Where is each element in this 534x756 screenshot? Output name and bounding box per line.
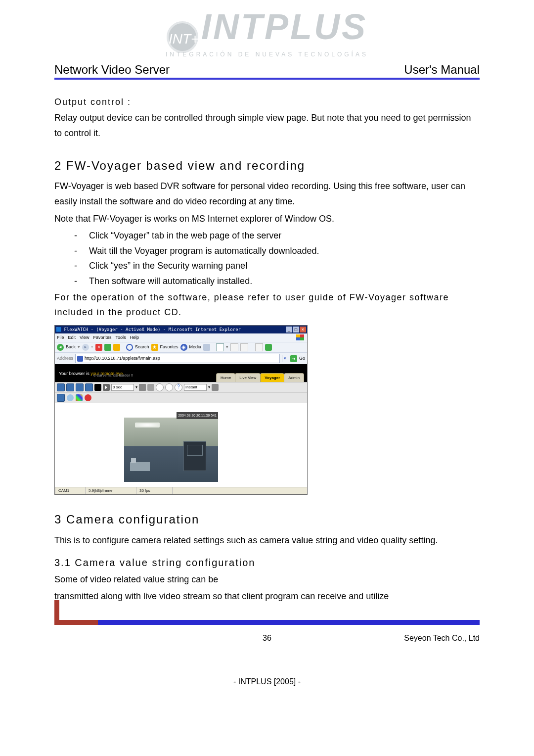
discuss-icon[interactable] (255, 343, 263, 351)
video-area: 2004:08:30 20:11:39 541 (55, 403, 307, 487)
camera-frame: 2004:08:30 20:11:39 541 (124, 418, 218, 482)
header-row: Network Video Server User's Manual (0, 61, 534, 78)
config-icon[interactable] (212, 384, 219, 391)
go-label: Go (299, 355, 305, 362)
window-titlebar: 🟦 FlexWATCH - (Voyager - ActiveX Mode) -… (55, 326, 307, 333)
voyager-note: For the operation of the software, pleas… (54, 290, 480, 320)
tab-home[interactable]: Home (216, 373, 235, 382)
window-title: 🟦 FlexWATCH - (Voyager - ActiveX Mode) -… (56, 326, 241, 333)
cut-icon[interactable] (147, 384, 154, 391)
record-icon[interactable] (85, 394, 91, 401)
close-button[interactable]: × (300, 327, 306, 332)
embedded-screenshot: 🟦 FlexWATCH - (Voyager - ActiveX Mode) -… (54, 325, 308, 495)
camera-value-string-heading: 3.1 Camera value string configuration (54, 554, 480, 571)
search-label: Search (135, 343, 149, 351)
header-left: Network Video Server (54, 63, 170, 77)
status-cam-name: CAM1 (55, 487, 86, 494)
tab-admin[interactable]: Admin (284, 373, 304, 382)
search-icon[interactable] (126, 344, 133, 351)
status-kbframe: 5.9(kB)/frame (86, 487, 136, 494)
minimize-button[interactable]: _ (286, 327, 292, 332)
interval-select[interactable]: 0 sec (111, 384, 134, 391)
logo: INT+INTPLUS INTEGRACIÓN DE NUEVAS TECNOL… (0, 0, 534, 61)
favorites-label: Favorites (160, 343, 178, 351)
home-button[interactable] (113, 344, 120, 351)
layout-4-icon[interactable] (85, 383, 93, 391)
find-icon[interactable] (156, 383, 164, 391)
favorites-icon[interactable]: ★ (151, 344, 158, 351)
menu-file[interactable]: File (57, 334, 64, 341)
media-icon[interactable]: ◉ (180, 344, 187, 351)
stop-button[interactable]: × (95, 344, 102, 351)
bullet-3: Then software will automatically install… (89, 274, 252, 289)
footer-corner-blue (98, 620, 480, 625)
page: INT+INTPLUS INTEGRACIÓN DE NUEVAS TECNOL… (0, 0, 534, 706)
camera-value-string-p1: Some of video related value string can b… (54, 572, 480, 587)
menu-favorites[interactable]: Favorites (93, 334, 111, 341)
address-dropdown[interactable]: ▾ (282, 355, 288, 362)
header-right: User's Manual (404, 63, 480, 77)
windows-flag-icon (296, 334, 305, 341)
camera-sofa-shape (130, 462, 150, 471)
tab-live-view[interactable]: Live View (235, 373, 261, 382)
footer-corner-rule (54, 617, 480, 625)
zoom-icon[interactable] (165, 383, 173, 391)
voyager-play-icon[interactable] (103, 384, 110, 391)
mode-select[interactable]: Instant (184, 384, 207, 391)
status-fps: 30 fps (136, 487, 173, 494)
camera-value-string-p2: transmitted along with live video stream… (54, 589, 480, 604)
palette-icon[interactable] (76, 394, 83, 401)
layout-1-icon[interactable] (57, 383, 65, 391)
address-bar: Address http://10.10.218.71/applets/fvma… (55, 352, 307, 364)
layout-2-icon[interactable] (66, 383, 74, 391)
menu-help[interactable]: Help (130, 334, 139, 341)
back-label: Back (66, 343, 76, 351)
layout-3-icon[interactable] (76, 383, 84, 391)
footer-company: Seyeon Tech Co., Ltd (339, 634, 480, 643)
menubar: File Edit View Favorites Tools Help (55, 333, 307, 342)
voyager-stop-icon[interactable] (94, 384, 101, 391)
output-control-body: Relay output device can be controlled th… (54, 110, 480, 141)
camera-light-shape (135, 423, 160, 427)
app-banner: Your browser is your remote eye. e-surve… (55, 364, 307, 382)
footer-brand: - INTPLUS [2005] - (0, 643, 534, 706)
menu-edit[interactable]: Edit (68, 334, 76, 341)
print-icon[interactable] (230, 343, 238, 351)
footer-row: 36 Seyeon Tech Co., Ltd (0, 625, 534, 643)
app-tabs: Home Live View Voyager Admin (217, 373, 304, 382)
forward-button[interactable]: ► (82, 344, 89, 351)
voyager-heading: 2 FW-Voyager based view and recording (54, 156, 480, 176)
logo-badge-icon: INT+ (167, 21, 198, 53)
logo-text: INTPLUS (201, 7, 367, 47)
camera-config-heading: 3 Camera configuration (54, 510, 480, 530)
address-url: http://10.10.218.71/applets/fvmain.asp (85, 355, 160, 362)
monitor-icon[interactable] (57, 394, 65, 402)
edit-icon[interactable] (240, 343, 248, 351)
refresh-button[interactable] (104, 344, 111, 351)
menu-view[interactable]: View (80, 334, 89, 341)
maximize-button[interactable]: □ (293, 327, 299, 332)
messenger-icon[interactable] (265, 344, 272, 351)
bullet-1: Wait till the Voyager program is automat… (89, 243, 319, 259)
save-icon[interactable] (139, 384, 146, 391)
back-button[interactable]: ◄ (57, 344, 64, 351)
footer-corner-red (54, 620, 99, 625)
history-icon[interactable] (203, 344, 210, 351)
media-label: Media (189, 343, 202, 351)
camera-door-shape (183, 441, 206, 471)
go-button[interactable]: ➔ (290, 355, 297, 362)
banner-line2: e-surveillance leader !! (93, 372, 133, 379)
tab-voyager[interactable]: Voyager (260, 373, 284, 382)
voyager-p1: FW-Voyager is web based DVR software for… (54, 179, 480, 209)
page-number: 36 (263, 634, 271, 643)
bullet-0: Click “Voyager” tab in the web page of t… (89, 228, 281, 243)
toolbar: ◄ Back ▾ ► ▾ × Search ★ Favorites ◉ Medi… (55, 342, 307, 352)
mail-icon[interactable] (216, 343, 224, 351)
help-icon[interactable]: ? (175, 383, 182, 391)
camera-timestamp: 2004:08:30 20:11:39 541 (177, 412, 218, 419)
address-input[interactable]: http://10.10.218.71/applets/fvmain.asp (75, 354, 280, 363)
status-bar: CAM1 5.9(kB)/frame 30 fps (55, 487, 307, 494)
menu-tools[interactable]: Tools (115, 334, 126, 341)
snow-icon[interactable] (67, 394, 74, 401)
voyager-bullets: -Click “Voyager” tab in the web page of … (54, 228, 480, 288)
